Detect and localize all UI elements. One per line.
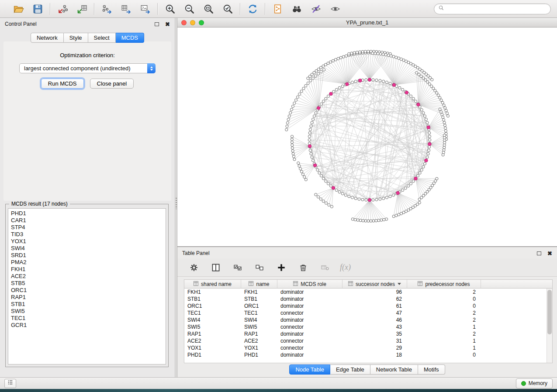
table-options-gear-button[interactable]: [187, 261, 201, 275]
close-panel-icon[interactable]: ✖: [165, 21, 170, 27]
zoom-out-button[interactable]: [182, 2, 196, 16]
cell-shared-name[interactable]: ORC1: [184, 303, 241, 309]
mcds-result-item[interactable]: PMA2: [11, 259, 166, 266]
mcds-result-item[interactable]: SWI4: [11, 245, 166, 252]
tab-network[interactable]: Network: [31, 33, 64, 43]
mcds-result-item[interactable]: CAR1: [11, 217, 166, 224]
cell-mcds-role[interactable]: connector: [277, 309, 343, 316]
cell-name[interactable]: ACE2: [241, 337, 277, 344]
column-header-predecessor-nodes[interactable]: predecessor nodes: [407, 280, 481, 289]
tab-edge-table[interactable]: Edge Table: [330, 364, 370, 375]
zoom-fit-content-button[interactable]: [201, 2, 215, 16]
function-builder-button[interactable]: f(x): [340, 261, 351, 275]
mcds-result-item[interactable]: STP4: [11, 224, 166, 231]
window-minimize-button[interactable]: [190, 20, 195, 25]
mcds-result-item[interactable]: YOX1: [11, 238, 166, 245]
hide-selected-button[interactable]: [309, 2, 323, 16]
network-canvas[interactable]: [177, 28, 557, 246]
mcds-result-item[interactable]: RAP1: [11, 294, 166, 301]
cell-predecessor-nodes[interactable]: 2: [407, 309, 481, 316]
optimization-criterion-select[interactable]: largest connected component (undirected): [19, 63, 156, 73]
show-graphics-details-button[interactable]: [328, 2, 342, 16]
cell-name[interactable]: ORC1: [241, 303, 277, 309]
cell-successor-nodes[interactable]: 96: [343, 289, 407, 296]
cell-predecessor-nodes[interactable]: 1: [407, 323, 481, 330]
cell-shared-name[interactable]: ACE2: [184, 337, 241, 344]
cell-predecessor-nodes[interactable]: 0: [407, 351, 481, 358]
export-network-button[interactable]: [100, 2, 114, 16]
window-close-button[interactable]: [181, 20, 187, 25]
cell-shared-name[interactable]: SWI5: [184, 323, 241, 330]
cell-predecessor-nodes[interactable]: 2: [407, 316, 481, 323]
mcds-result-item[interactable]: TID3: [11, 231, 166, 238]
scrollbar-thumb[interactable]: [547, 290, 552, 334]
open-file-button[interactable]: [11, 2, 25, 16]
column-selector-button[interactable]: [209, 261, 223, 275]
mcds-result-item[interactable]: ORC1: [11, 287, 166, 294]
cell-shared-name[interactable]: TEC1: [184, 309, 241, 316]
add-column-button[interactable]: [274, 261, 288, 275]
cell-mcds-role[interactable]: dominator: [277, 316, 343, 323]
clone-network-button[interactable]: [270, 2, 284, 16]
refresh-view-button[interactable]: [246, 2, 259, 16]
tab-select[interactable]: Select: [88, 33, 116, 43]
cell-shared-name[interactable]: RAP1: [184, 330, 241, 337]
mcds-result-item[interactable]: GCR1: [11, 322, 166, 329]
cell-mcds-role[interactable]: dominator: [277, 289, 343, 296]
mcds-result-item[interactable]: STB1: [11, 301, 166, 308]
cell-predecessor-nodes[interactable]: 2: [407, 330, 481, 337]
mcds-result-item[interactable]: PHD1: [11, 210, 166, 217]
cell-name[interactable]: SWI5: [241, 323, 277, 330]
cell-shared-name[interactable]: SWI4: [184, 316, 241, 323]
run-mcds-button[interactable]: Run MCDS: [41, 79, 84, 89]
cell-name[interactable]: YOX1: [241, 344, 277, 351]
cell-name[interactable]: SWI4: [241, 316, 277, 323]
tab-network-table[interactable]: Network Table: [370, 364, 418, 375]
cell-predecessor-nodes[interactable]: 1: [407, 344, 481, 351]
cell-shared-name[interactable]: YOX1: [184, 344, 241, 351]
export-table-button[interactable]: [119, 2, 133, 16]
zoom-in-button[interactable]: [163, 2, 177, 16]
deselect-all-button[interactable]: [253, 261, 266, 275]
cell-successor-nodes[interactable]: 62: [343, 296, 407, 303]
mcds-result-item[interactable]: TEC1: [11, 315, 166, 322]
delete-column-button[interactable]: [296, 261, 310, 275]
tab-style[interactable]: Style: [64, 33, 88, 43]
cell-mcds-role[interactable]: dominator: [277, 303, 343, 309]
tab-motifs[interactable]: Motifs: [418, 364, 445, 375]
cell-predecessor-nodes[interactable]: 0: [407, 296, 481, 303]
cell-mcds-role[interactable]: connector: [277, 344, 343, 351]
cell-successor-nodes[interactable]: 61: [343, 303, 407, 309]
panel-menu-button[interactable]: [4, 379, 16, 388]
cell-successor-nodes[interactable]: 47: [343, 309, 407, 316]
cell-shared-name[interactable]: FKH1: [184, 289, 241, 296]
cell-predecessor-nodes[interactable]: 2: [407, 289, 481, 296]
close-panel-button[interactable]: Close panel: [90, 79, 134, 89]
cell-shared-name[interactable]: PHD1: [184, 351, 241, 358]
float-panel-icon[interactable]: [155, 22, 159, 26]
cell-mcds-role[interactable]: dominator: [277, 330, 343, 337]
cell-successor-nodes[interactable]: 46: [343, 316, 407, 323]
close-table-panel-icon[interactable]: ✖: [547, 251, 552, 256]
tab-mcds[interactable]: MCDS: [116, 33, 144, 43]
cell-mcds-role[interactable]: connector: [277, 323, 343, 330]
import-network-from-file-button[interactable]: [55, 2, 69, 16]
mcds-result-item[interactable]: ACE2: [11, 273, 166, 280]
column-header-shared-name[interactable]: shared name: [184, 280, 241, 289]
column-header-mcds-role[interactable]: MCDS role: [277, 280, 343, 289]
mcds-result-item[interactable]: FKH1: [11, 266, 166, 273]
cell-successor-nodes[interactable]: 29: [343, 344, 407, 351]
cell-successor-nodes[interactable]: 35: [343, 330, 407, 337]
select-all-button[interactable]: [231, 261, 245, 275]
column-header-successor-nodes[interactable]: successor nodes: [343, 280, 407, 289]
export-image-button[interactable]: [138, 2, 152, 16]
search-box[interactable]: [434, 3, 551, 14]
column-header-name[interactable]: name: [241, 280, 277, 289]
mcds-result-list[interactable]: PHD1CAR1STP4TID3YOX1SWI4SRD1PMA2FKH1ACE2…: [8, 208, 166, 364]
mcds-result-item[interactable]: SRD1: [11, 252, 166, 259]
cell-name[interactable]: FKH1: [241, 289, 277, 296]
cell-name[interactable]: RAP1: [241, 330, 277, 337]
cell-predecessor-nodes[interactable]: 1: [407, 337, 481, 344]
cell-name[interactable]: STB1: [241, 296, 277, 303]
cell-successor-nodes[interactable]: 18: [343, 351, 407, 358]
